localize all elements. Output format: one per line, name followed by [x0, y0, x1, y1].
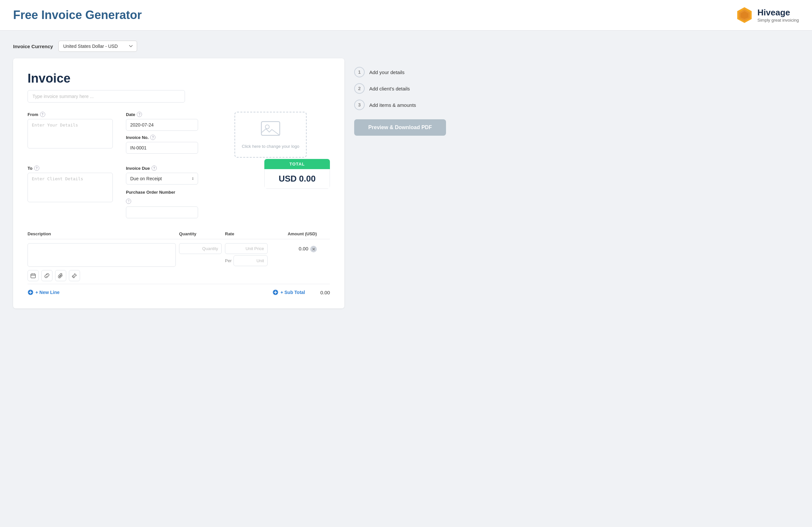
attachment-toolbar-btn[interactable]	[55, 270, 66, 281]
po-label: Purchase Order Number	[126, 190, 198, 195]
invoice-no-help-icon[interactable]: ?	[150, 135, 156, 140]
total-value: USD 0.00	[264, 169, 330, 189]
col-amount-header: Amount (USD)	[271, 231, 317, 236]
new-line-label: + New Line	[35, 290, 60, 295]
col-rate-header: Rate	[225, 231, 267, 236]
invoice-due-label: Invoice Due ?	[126, 166, 198, 171]
step-number-3: 3	[354, 100, 365, 110]
to-details-input[interactable]	[28, 173, 113, 202]
preview-download-button[interactable]: Preview & Download PDF	[354, 119, 446, 136]
invoice-no-input[interactable]	[126, 142, 198, 154]
right-sidebar: 1 Add your details 2 Add client's detail…	[354, 41, 446, 308]
currency-select[interactable]: United States Dollar - USD Euro - EUR Br…	[58, 41, 137, 52]
pin-toolbar-btn[interactable]	[69, 270, 80, 281]
invoice-middle-section: To ? Invoice Due ? Due on Receipt Net 15…	[28, 166, 330, 222]
to-help-icon[interactable]: ?	[34, 166, 39, 171]
plus-circle-icon	[28, 289, 33, 295]
brand-tagline: Simply great invoicing	[757, 18, 799, 22]
quantity-input[interactable]	[179, 243, 222, 254]
step-item-1: 1 Add your details	[354, 67, 446, 77]
svg-rect-5	[31, 274, 35, 278]
from-details-input[interactable]	[28, 119, 113, 149]
subtotal-label: + Sub Total	[280, 290, 305, 295]
unit-input[interactable]	[233, 255, 267, 266]
calendar-toolbar-btn[interactable]	[28, 270, 39, 281]
per-unit-row: Per	[225, 255, 267, 266]
step-text-3: Add items & amounts	[369, 102, 416, 108]
item-toolbar	[28, 270, 176, 281]
invoice-due-section: Invoice Due ? Due on Receipt Net 15 Net …	[126, 166, 198, 222]
total-section: TOTAL USD 0.00	[211, 166, 330, 189]
invoice-heading: Invoice	[28, 72, 330, 86]
from-section: From ?	[28, 112, 113, 157]
line-amount-value: 0.00	[299, 246, 308, 251]
link-icon	[44, 273, 49, 278]
brand-name-area: Hiveage Simply great invoicing	[757, 7, 799, 22]
invoice-footer: + New Line + Sub Total 0.00	[28, 284, 330, 295]
step-item-2: 2 Add client's details	[354, 83, 446, 94]
step-number-2: 2	[354, 83, 365, 94]
plus-circle-icon-2	[273, 289, 278, 295]
from-label: From ?	[28, 112, 113, 117]
po-input[interactable]	[126, 207, 198, 218]
to-section: To ?	[28, 166, 113, 204]
col-description-header: Description	[28, 231, 176, 236]
brand-name: Hiveage	[757, 7, 799, 18]
invoice-due-help-icon[interactable]: ?	[151, 166, 157, 171]
step-text-2: Add client's details	[369, 86, 410, 91]
total-label: TOTAL	[264, 159, 330, 169]
step-number-1: 1	[354, 67, 365, 77]
invoice-summary-input[interactable]	[28, 90, 185, 103]
calendar-icon	[30, 273, 36, 278]
rate-cell: Per	[225, 243, 267, 266]
remove-line-btn[interactable]: ✕	[310, 246, 317, 252]
steps-list: 1 Add your details 2 Add client's detail…	[354, 67, 446, 110]
left-column: Invoice Currency United States Dollar - …	[13, 41, 344, 308]
description-input[interactable]	[28, 243, 176, 267]
unit-price-input[interactable]	[225, 243, 267, 254]
brand-logo: Hiveage Simply great invoicing	[735, 6, 799, 24]
new-line-button[interactable]: + New Line	[28, 289, 60, 295]
line-items-section: Description Quantity Rate Amount (USD)	[28, 231, 330, 295]
invoice-top-section: From ? Date ? Invoice No. ?	[28, 112, 330, 157]
page-header: Free Invoice Generator Hiveage Simply gr…	[0, 0, 812, 31]
link-toolbar-btn[interactable]	[41, 270, 53, 281]
invoice-no-label: Invoice No. ?	[126, 135, 198, 140]
step-item-3: 3 Add items & amounts	[354, 100, 446, 110]
hiveage-logo-icon	[735, 6, 754, 24]
page-title: Free Invoice Generator	[13, 8, 142, 22]
pin-icon	[72, 273, 77, 278]
date-invoice-section: Date ? Invoice No. ?	[126, 112, 198, 157]
amount-cell: 0.00 ✕	[271, 243, 317, 252]
line-item-row: Per 0.00 ✕	[28, 243, 330, 281]
to-label: To ?	[28, 166, 113, 171]
date-label: Date ?	[126, 112, 198, 117]
subtotal-area: + Sub Total 0.00	[273, 289, 330, 295]
logo-section: Click here to change your logo	[211, 112, 330, 157]
svg-point-4	[265, 125, 269, 129]
subtotal-value: 0.00	[310, 290, 330, 295]
line-items-header: Description Quantity Rate Amount (USD)	[28, 231, 330, 239]
invoice-due-select[interactable]: Due on Receipt Net 15 Net 30 Net 60 Cust…	[126, 173, 198, 184]
image-placeholder-icon	[261, 121, 280, 140]
col-quantity-header: Quantity	[179, 231, 222, 236]
logo-upload-box[interactable]: Click here to change your logo	[234, 112, 307, 157]
step-text-1: Add your details	[369, 70, 405, 75]
subtotal-button[interactable]: + Sub Total	[273, 289, 305, 295]
date-help-icon[interactable]: ?	[137, 112, 142, 117]
date-input[interactable]	[126, 119, 198, 131]
total-box: TOTAL USD 0.00	[264, 159, 330, 189]
po-section: Purchase Order Number ?	[126, 190, 198, 222]
po-help-icon[interactable]: ?	[126, 199, 131, 204]
invoice-card: Invoice From ? Date ?	[13, 58, 344, 308]
logo-upload-text: Click here to change your logo	[242, 144, 300, 149]
from-help-icon[interactable]: ?	[40, 112, 45, 117]
currency-bar: Invoice Currency United States Dollar - …	[13, 41, 344, 52]
currency-label: Invoice Currency	[13, 44, 53, 49]
attachment-icon	[58, 273, 63, 278]
description-cell	[28, 243, 176, 281]
quantity-cell	[179, 243, 222, 254]
per-label: Per	[225, 258, 232, 263]
main-layout: Invoice Currency United States Dollar - …	[0, 31, 459, 318]
